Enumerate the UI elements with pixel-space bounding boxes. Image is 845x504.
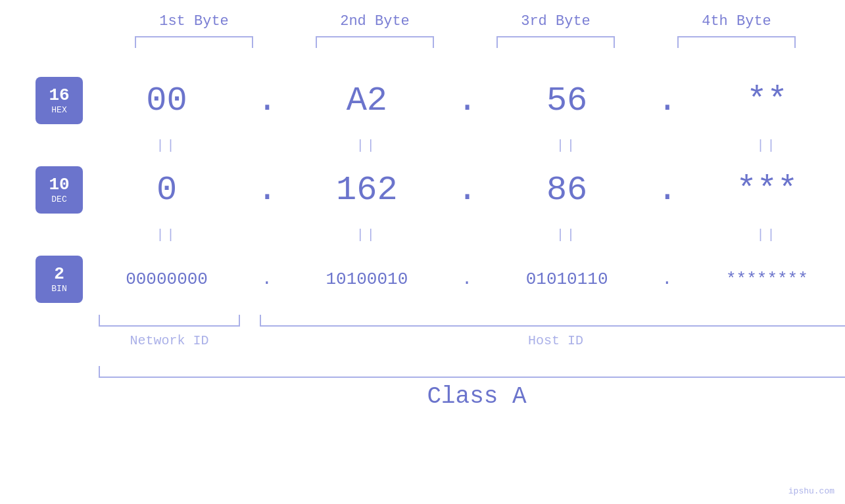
bin-badge: 2 BIN <box>36 256 83 303</box>
bracket-network <box>99 315 240 327</box>
byte4-header: 4th Byte <box>671 13 802 30</box>
bin-byte2: 10100010 <box>301 269 433 289</box>
eq-dec-1: || <box>101 227 233 242</box>
bracket-byte4-top <box>677 36 796 48</box>
hex-byte1: 00 <box>101 81 233 120</box>
byte-headers: 1st Byte 2nd Byte 3rd Byte 4th Byte <box>104 13 827 30</box>
bracket-byte1-top <box>135 36 253 48</box>
eq-dec-2: || <box>301 227 433 242</box>
hex-badge: 16 HEX <box>36 77 83 124</box>
watermark: ipshu.com <box>788 486 834 496</box>
bin-badge-spacer: 2 BIN <box>36 246 83 312</box>
dot-dec-3: . <box>657 171 677 210</box>
byte3-header: 3rd Byte <box>490 13 621 30</box>
bracket-byte2-top <box>316 36 434 48</box>
equals-row-2: || || || || <box>89 223 845 246</box>
dec-badge-num: 10 <box>49 175 69 195</box>
bin-row: 00000000 . 10100010 . 01010110 . *******… <box>89 246 845 312</box>
dec-byte2: 162 <box>301 171 433 210</box>
hex-byte3: 56 <box>501 81 633 120</box>
eq-hex-2: || <box>301 138 433 153</box>
dot-bin-2: . <box>457 269 477 289</box>
bracket-byte3-top <box>496 36 615 48</box>
network-id-label: Network ID <box>99 333 240 348</box>
badge-column: 16 HEX 10 DEC 2 BIN <box>0 68 89 312</box>
bottom-section: Network ID Host ID Class A <box>99 312 835 410</box>
class-bracket <box>99 366 845 378</box>
eq-hex-4: || <box>701 138 833 153</box>
eq-dec-3: || <box>501 227 633 242</box>
bin-byte4: ******** <box>701 269 833 289</box>
dot-hex-1: . <box>257 81 277 120</box>
hex-badge-label: HEX <box>51 105 66 115</box>
bin-byte1: 00000000 <box>101 269 233 289</box>
top-brackets <box>104 36 827 48</box>
dot-dec-2: . <box>457 171 477 210</box>
hex-badge-num: 16 <box>49 86 69 105</box>
byte1-header: 1st Byte <box>128 13 260 30</box>
bin-badge-label: BIN <box>51 284 66 294</box>
eq-hex-1: || <box>101 138 233 153</box>
dec-badge-spacer: 10 DEC <box>36 157 83 223</box>
dec-byte4: *** <box>701 171 833 210</box>
dec-byte3: 86 <box>501 171 633 210</box>
dot-bin-3: . <box>657 269 677 289</box>
dec-badge-label: DEC <box>51 195 66 204</box>
byte2-header: 2nd Byte <box>309 13 441 30</box>
bottom-brackets <box>99 315 835 331</box>
main-container: 1st Byte 2nd Byte 3rd Byte 4th Byte 16 H… <box>0 0 845 504</box>
bin-byte3: 01010110 <box>501 269 633 289</box>
host-id-label: Host ID <box>260 333 845 348</box>
eq-dec-4: || <box>701 227 833 242</box>
dec-row: 0 . 162 . 86 . *** <box>89 157 845 223</box>
rows-wrapper: 16 HEX 10 DEC 2 BIN <box>0 68 845 312</box>
hex-byte4: ** <box>701 81 833 120</box>
equals-row-1: || || || || <box>89 133 845 157</box>
dec-byte1: 0 <box>101 171 233 210</box>
hex-badge-spacer: 16 HEX <box>36 68 83 133</box>
values-column: 00 . A2 . 56 . ** || || || || 0 . <box>89 68 845 312</box>
dot-bin-1: . <box>257 269 277 289</box>
hex-row: 00 . A2 . 56 . ** <box>89 68 845 133</box>
dot-hex-2: . <box>457 81 477 120</box>
class-label: Class A <box>99 383 845 410</box>
dot-dec-1: . <box>257 171 277 210</box>
id-labels: Network ID Host ID <box>99 333 835 359</box>
hex-byte2: A2 <box>301 81 433 120</box>
eq-hex-3: || <box>501 138 633 153</box>
bracket-host <box>260 315 845 327</box>
bin-badge-num: 2 <box>54 265 64 284</box>
dec-badge: 10 DEC <box>36 166 83 214</box>
dot-hex-3: . <box>657 81 677 120</box>
